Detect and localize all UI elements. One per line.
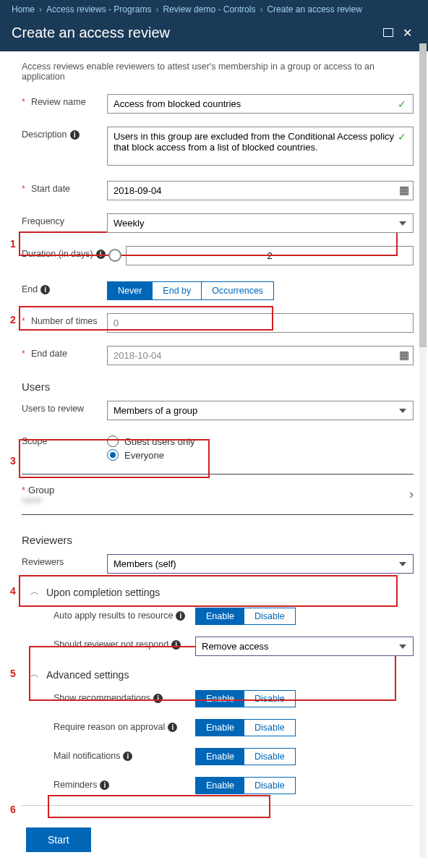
section-advanced-title: Advanced settings [46,669,129,681]
end-date-input [107,346,414,365]
reminders-toggle: Enable Disable [195,777,296,794]
divider [22,805,414,806]
radio-label: Everyone [124,450,164,461]
breadcrumb-item[interactable]: Home [12,4,35,14]
label-description: Description i [22,127,107,140]
annotation-1: 1 [10,238,16,250]
restore-window-icon[interactable] [379,27,398,40]
end-segmented: Never End by Occurrences [107,281,274,300]
end-option-occurrences[interactable]: Occurrences [202,282,273,299]
info-icon[interactable]: i [176,611,185,621]
group-picker-row[interactable]: Group name › [22,479,414,510]
req-reason-toggle: Enable Disable [195,719,296,736]
chevron-up-icon: ︿ [30,586,39,598]
toggle-disable[interactable]: Disable [244,691,295,707]
show-rec-toggle: Enable Disable [195,690,296,707]
label-show-rec: Show recommendations i [54,690,195,703]
breadcrumb-item: Create an access review [267,4,361,14]
label-auto-apply: Auto apply results to resource i [54,608,195,621]
label-mail: Mail notifications i [54,748,195,761]
label-users-to-review: Users to review [22,401,107,414]
slider-thumb[interactable] [108,249,121,262]
chevron-right-icon: › [260,4,262,14]
reviewers-select[interactable]: Members (self) [107,554,414,574]
duration-input[interactable] [126,246,414,265]
label-duration: Duration (in days) i [22,246,107,259]
toggle-enable[interactable]: Enable [196,691,244,707]
check-icon: ✓ [398,98,406,110]
check-icon: ✓ [398,131,406,142]
toggle-disable[interactable]: Disable [244,608,295,624]
label-start-date: Start date [22,181,107,194]
info-icon[interactable]: i [70,130,80,140]
breadcrumb-item[interactable]: Access reviews - Programs [46,4,151,14]
label-frequency: Frequency [22,213,107,226]
users-to-review-select[interactable]: Members of a group [107,401,414,420]
toggle-enable[interactable]: Enable [196,720,244,736]
label-end-date: End date [22,346,107,359]
info-icon[interactable]: i [96,250,106,259]
toggle-disable[interactable]: Disable [244,778,295,793]
review-name-input[interactable] [107,94,414,114]
toggle-enable[interactable]: Enable [196,608,244,624]
breadcrumb-item[interactable]: Review demo - Controls [163,4,255,14]
toggle-disable[interactable]: Disable [244,749,295,765]
radio-everyone[interactable] [107,449,119,461]
info-icon[interactable]: i [153,694,163,703]
duration-slider[interactable] [107,253,116,259]
label-no-respond: Should reviewer not respond i [54,637,195,650]
radio-label: Guest users only [124,436,195,447]
label-reviewers: Reviewers [22,554,107,567]
divider [22,474,414,475]
label-req-reason: Require reason on approval i [54,719,195,732]
annotation-6: 6 [10,804,16,815]
blade-header: Create an access review ✕ [0,19,428,51]
highlight-box-6 [48,795,270,818]
chevron-right-icon: › [155,4,158,14]
close-icon[interactable]: ✕ [398,26,416,40]
section-completion-title: Upon completion settings [46,587,160,598]
toggle-enable[interactable]: Enable [196,749,244,765]
annotation-4: 4 [10,585,16,597]
breadcrumb: Home› Access reviews - Programs› Review … [0,0,428,19]
toggle-disable[interactable]: Disable [244,720,295,736]
label-end: End i [22,281,107,294]
start-button[interactable]: Start [26,827,91,852]
number-of-times-input [107,313,414,333]
annotation-3: 3 [10,455,16,467]
info-icon[interactable]: i [171,640,181,650]
label-scope: Scope [22,433,107,446]
label-review-name: Review name [22,94,107,107]
label-group: Group [22,485,54,495]
toggle-enable[interactable]: Enable [196,778,244,793]
description-input[interactable]: Users in this group are excluded from th… [107,127,414,166]
calendar-icon[interactable]: ▦ [399,184,409,197]
label-reminders: Reminders i [54,777,195,790]
label-number-of-times: Number of times [22,313,107,326]
frequency-select[interactable]: Weekly [107,213,414,233]
group-value-redacted: name [22,495,409,504]
annotation-5: 5 [10,668,16,679]
mail-toggle: Enable Disable [195,748,296,765]
info-icon[interactable]: i [123,752,132,761]
calendar-icon: ▦ [399,349,409,362]
start-date-input[interactable] [107,181,414,200]
auto-apply-toggle: Enable Disable [195,608,296,625]
section-users: Users [22,380,414,393]
info-icon[interactable]: i [40,285,50,294]
end-option-endby[interactable]: End by [153,282,202,299]
annotation-2: 2 [10,314,16,326]
end-option-never[interactable]: Never [108,282,153,299]
no-respond-select[interactable]: Remove access [195,637,414,656]
chevron-right-icon: › [409,487,414,502]
section-completion-toggle[interactable]: ︿ Upon completion settings [30,586,414,598]
radio-guest-users[interactable] [107,435,119,447]
divider [22,514,414,515]
form-body: Access reviews enable reviewers to attes… [0,51,428,868]
chevron-right-icon: › [39,4,42,14]
info-icon[interactable]: i [168,723,177,732]
section-reviewers: Reviewers [22,534,414,546]
intro-text: Access reviews enable reviewers to attes… [22,61,383,82]
info-icon[interactable]: i [100,780,109,790]
section-advanced-toggle[interactable]: ︿ Advanced settings [30,668,414,681]
